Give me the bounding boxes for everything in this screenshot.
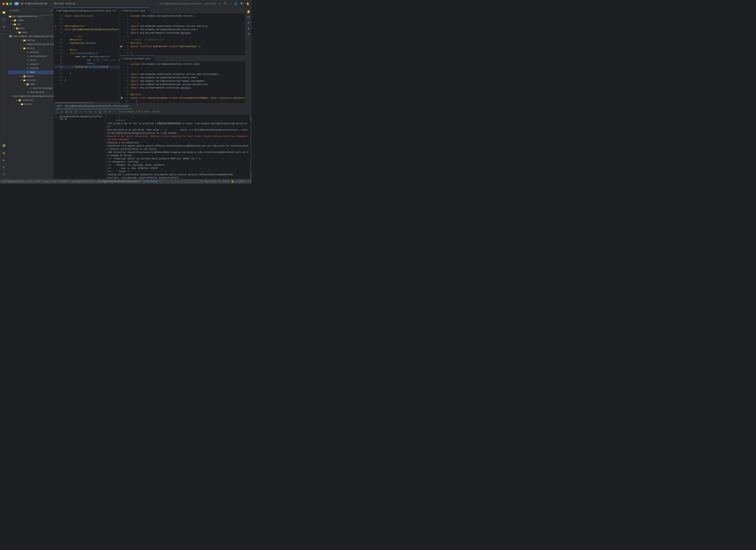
history-icon[interactable]: ⏱ bbox=[1, 171, 7, 178]
tree-item-user[interactable]: ● User bbox=[8, 70, 54, 74]
tree-item-java[interactable]: ▼ 📂 java bbox=[8, 30, 54, 34]
tree-item-service[interactable]: ▼ 📂 service bbox=[8, 78, 54, 82]
git-icon-btn[interactable] bbox=[1, 16, 7, 23]
userserviceimpl-more-icon[interactable]: ⋯ bbox=[243, 57, 244, 60]
tree-item-com[interactable]: ▼ 📦 com.example.springbootdatastudy bbox=[8, 34, 54, 38]
filter-icon[interactable] bbox=[89, 110, 93, 114]
us-line-1: 1 package com.example.springbootdatastud… bbox=[120, 14, 245, 18]
close-button[interactable] bbox=[2, 3, 5, 5]
tree-item-impl[interactable]: ▼ 📂 impl bbox=[8, 82, 54, 86]
rerun-icon[interactable]: ↺ bbox=[55, 110, 59, 114]
run-tab-close-test[interactable]: × bbox=[129, 105, 130, 107]
more-run-icon[interactable]: ⋯ bbox=[113, 110, 117, 114]
userservice-code-editor[interactable]: 1 package com.example.springbootdatastud… bbox=[120, 14, 245, 56]
collab-icon[interactable] bbox=[246, 32, 251, 36]
tree-item-subject[interactable]: ● Subject bbox=[8, 62, 54, 66]
tree-item-idea[interactable]: ▶ 📁 .idea bbox=[8, 18, 54, 22]
left-code-editor[interactable]: 18 import java.util.List; 19 20 bbox=[54, 14, 120, 102]
maven-icon[interactable]: m bbox=[246, 20, 251, 25]
userserviceimpl-code-editor[interactable]: 1 package com.example.springbootdatastud… bbox=[120, 62, 245, 104]
tree-item-score[interactable]: ● Score bbox=[8, 58, 54, 62]
run-title: SpringBootDataStudyApplicationTe...extLo… bbox=[159, 3, 216, 5]
project-name[interactable]: SpringBootDataStudy bbox=[20, 2, 48, 5]
tab-userservice[interactable]: J UserService.java × bbox=[120, 8, 150, 14]
horizontal-scrollbar[interactable] bbox=[55, 102, 93, 103]
tree-item-src[interactable]: ▼ 📂 src bbox=[8, 22, 54, 26]
search-icon[interactable]: 🔍 bbox=[240, 2, 243, 5]
output-line-0: / | bbox=[107, 116, 248, 119]
tab-close-userserviceimpl[interactable]: × bbox=[151, 58, 153, 60]
tree-item-resources[interactable]: ▶ 📁 resources bbox=[8, 98, 54, 102]
bookmark-icon[interactable]: 🔖 bbox=[1, 150, 7, 156]
sidebar-settings-icon[interactable]: ⚙ bbox=[50, 9, 52, 12]
sort-icon[interactable]: ⇅ bbox=[93, 110, 97, 114]
rerun-failed-icon[interactable]: ↺! bbox=[60, 110, 64, 114]
java-class-icon-userserviceimpl: ● bbox=[30, 87, 32, 90]
run-output-scrollbar[interactable] bbox=[250, 115, 252, 179]
indent-setting[interactable]: 4 spaces bbox=[236, 181, 246, 183]
tree-item-springapp[interactable]: ● SpringBootDataStudyApplication bbox=[8, 94, 54, 98]
run-tab-run[interactable]: Run bbox=[56, 104, 63, 109]
run-dash-icon[interactable]: ▶ bbox=[1, 157, 7, 163]
folder-icon-btn[interactable]: 📁 bbox=[1, 9, 7, 16]
encoding[interactable]: UTF-8 bbox=[223, 181, 229, 183]
more-icon[interactable]: ⋯ bbox=[230, 2, 231, 5]
code-line-28: ✓ 28 void contextLoads() { bbox=[54, 52, 120, 55]
ai-icon[interactable]: ◉ bbox=[246, 26, 251, 31]
vcs-control[interactable]: Version control bbox=[54, 2, 75, 5]
test-passed-icon[interactable]: ✓ bbox=[79, 110, 83, 114]
cancel-icon[interactable]: ✕ bbox=[84, 110, 88, 114]
maximize-button[interactable] bbox=[10, 3, 12, 5]
table-icon[interactable]: ⊞ bbox=[1, 164, 7, 171]
tab-close-apptests[interactable]: × bbox=[116, 10, 118, 12]
stop-icon[interactable]: ⬛ bbox=[65, 110, 69, 114]
tree-item-root[interactable]: ▼ 📂 SpringBootDataStudy ~/Desktop/CS/Jav… bbox=[8, 14, 54, 18]
run-tree-expand[interactable]: ▼ ✓ SpringBootDataStudyApplicationTest 3… bbox=[54, 116, 106, 120]
database-icon[interactable] bbox=[246, 15, 251, 20]
tree-label-springapp: SpringBootDataStudyApplication bbox=[14, 95, 54, 97]
tree-item-account[interactable]: ● Account bbox=[8, 50, 54, 54]
notifications-right-icon[interactable]: 🔔 bbox=[246, 9, 251, 14]
run-output[interactable]: / | 3.5.3.1 This primary key of "id" is … bbox=[106, 115, 250, 179]
code-line-26: 26 bbox=[54, 45, 120, 48]
tab-apptests[interactable]: J SpringBootDataStudyApplicationTests.ja… bbox=[54, 8, 120, 14]
tree-item-config[interactable]: ▼ 📂 config bbox=[8, 38, 54, 42]
tree-item-teacher[interactable]: ● Teacher bbox=[8, 66, 54, 70]
user-icon[interactable]: 👤 bbox=[234, 2, 237, 5]
tree-item-mybatis[interactable]: ● MybatisConfiguration bbox=[8, 42, 54, 46]
tree-item-static[interactable]: ▶ 📁 static bbox=[8, 102, 54, 106]
line-ending[interactable]: LF bbox=[218, 181, 220, 183]
java-class-icon-score: ● bbox=[26, 59, 29, 62]
tree-item-accountdetail[interactable]: ● AccountDetail bbox=[8, 54, 54, 58]
clock-icon[interactable]: ⏱ bbox=[103, 110, 107, 114]
run-tab-run-label: Run bbox=[57, 105, 61, 107]
minimize-button[interactable] bbox=[6, 3, 8, 5]
build-icon[interactable]: 🔨 bbox=[224, 2, 227, 5]
code-line-33: 33 bbox=[54, 69, 120, 72]
cursor-position[interactable]: 32:33 bbox=[210, 181, 216, 183]
settings-run-icon[interactable]: ⚙ bbox=[108, 110, 112, 114]
tree-item-entity[interactable]: ▼ 📂 entity bbox=[8, 46, 54, 50]
tree-item-userserviceimpl[interactable]: ● UserServiceImpl bbox=[8, 86, 54, 90]
userservice-more-icon[interactable]: ⋯ bbox=[242, 9, 244, 12]
file-saved-icon: ✓ bbox=[240, 9, 242, 12]
tree-item-main[interactable]: ▼ 📂 main bbox=[8, 26, 54, 30]
more-tools-btn[interactable]: ··· bbox=[1, 31, 7, 37]
run-toolbar: ↺ ↺! ⬛ ▶ ⏸ ✓ ✕ ⇅ ⏱ ⚙ ⋯ Tests passed: 1 o… bbox=[54, 109, 252, 115]
output-line-4: OpenJDK 64-Bit Server VM warning: Sharin… bbox=[107, 135, 248, 141]
folder-icon-static: 📁 bbox=[21, 103, 24, 106]
run-button[interactable]: ▶ bbox=[219, 2, 221, 5]
tree-item-mapper[interactable]: ▶ 📁 mapper bbox=[8, 74, 54, 78]
resume-icon[interactable]: ▶ bbox=[69, 110, 73, 114]
folder-open-icon-main: 📂 bbox=[16, 27, 19, 30]
expand-icon[interactable]: ⤢ bbox=[248, 180, 250, 183]
tab-userserviceimpl[interactable]: J UserServiceImpl.java × bbox=[120, 56, 155, 62]
plugins-icon[interactable]: 🧩 bbox=[1, 143, 7, 149]
pause-icon[interactable]: ⏸ bbox=[74, 110, 78, 114]
tree-item-userservice[interactable]: ● UserService bbox=[8, 90, 54, 94]
export-icon[interactable] bbox=[98, 110, 102, 114]
run-tab-test[interactable]: SpringBootDataStudyApplicationTests.cont… bbox=[63, 104, 132, 109]
tab-close-userservice[interactable]: × bbox=[146, 10, 147, 12]
structure-icon-btn[interactable] bbox=[1, 24, 7, 30]
notifications-icon[interactable]: 🔔 bbox=[246, 2, 249, 5]
